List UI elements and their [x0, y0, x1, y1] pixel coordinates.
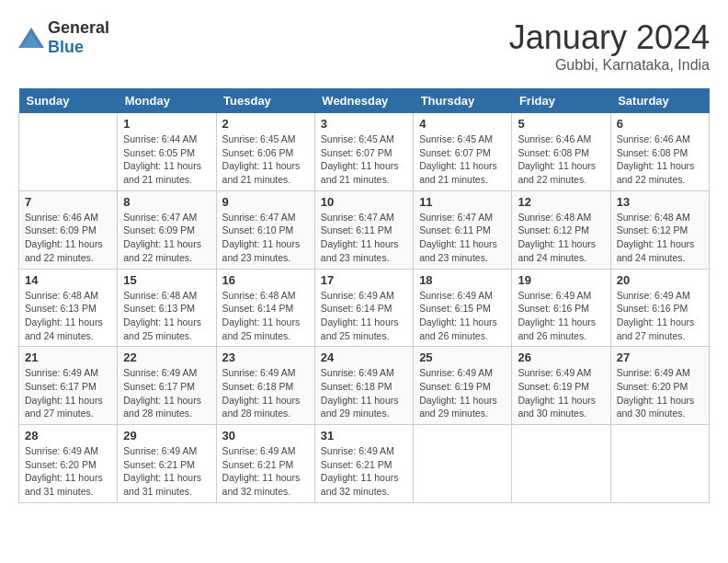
day-number: 11: [419, 195, 506, 209]
calendar-cell: [610, 425, 709, 503]
calendar-cell: 31Sunrise: 6:49 AMSunset: 6:21 PMDayligh…: [314, 425, 413, 503]
calendar-cell: 25Sunrise: 6:49 AMSunset: 6:19 PMDayligh…: [414, 347, 512, 425]
calendar-cell: 26Sunrise: 6:49 AMSunset: 6:19 PMDayligh…: [512, 347, 610, 425]
logo-general: General: [48, 18, 109, 37]
day-number: 4: [419, 117, 506, 131]
logo-text: General Blue: [48, 18, 109, 57]
calendar-title: January 2024: [509, 18, 710, 57]
day-number: 21: [25, 350, 111, 364]
day-number: 17: [321, 273, 407, 287]
day-info: Sunrise: 6:49 AMSunset: 6:21 PMDaylight:…: [321, 444, 407, 499]
day-number: 10: [321, 195, 407, 209]
day-info: Sunrise: 6:48 AMSunset: 6:12 PMDaylight:…: [518, 211, 604, 265]
day-number: 24: [321, 350, 407, 364]
day-number: 13: [617, 195, 703, 209]
day-info: Sunrise: 6:49 AMSunset: 6:19 PMDaylight:…: [419, 366, 506, 420]
title-area: January 2024 Gubbi, Karnataka, India: [509, 18, 710, 74]
day-number: 25: [419, 350, 506, 364]
calendar-cell: 15Sunrise: 6:48 AMSunset: 6:13 PMDayligh…: [118, 269, 216, 347]
day-info: Sunrise: 6:47 AMSunset: 6:11 PMDaylight:…: [419, 211, 506, 265]
weekday-header-tuesday: Tuesday: [216, 88, 314, 113]
day-info: Sunrise: 6:48 AMSunset: 6:14 PMDaylight:…: [222, 289, 309, 343]
day-number: 9: [222, 195, 309, 209]
calendar-cell: 3Sunrise: 6:45 AMSunset: 6:07 PMDaylight…: [314, 113, 413, 190]
day-number: 18: [419, 273, 506, 287]
weekday-header-wednesday: Wednesday: [314, 88, 413, 113]
day-number: 15: [123, 273, 210, 287]
calendar-cell: 12Sunrise: 6:48 AMSunset: 6:12 PMDayligh…: [512, 190, 610, 269]
calendar-cell: 8Sunrise: 6:47 AMSunset: 6:09 PMDaylight…: [118, 190, 216, 269]
day-number: 8: [123, 195, 210, 209]
calendar-location: Gubbi, Karnataka, India: [509, 57, 710, 74]
day-info: Sunrise: 6:49 AMSunset: 6:16 PMDaylight:…: [518, 289, 604, 343]
logo: General Blue: [18, 18, 109, 57]
day-number: 7: [25, 195, 111, 209]
day-number: 16: [222, 273, 309, 287]
day-info: Sunrise: 6:47 AMSunset: 6:09 PMDaylight:…: [123, 211, 210, 265]
day-number: 6: [617, 117, 703, 131]
calendar-cell: 14Sunrise: 6:48 AMSunset: 6:13 PMDayligh…: [19, 269, 118, 347]
logo-blue: Blue: [48, 38, 84, 56]
day-info: Sunrise: 6:48 AMSunset: 6:12 PMDaylight:…: [617, 211, 703, 265]
header: General Blue January 2024 Gubbi, Karnata…: [18, 18, 710, 74]
calendar-cell: 11Sunrise: 6:47 AMSunset: 6:11 PMDayligh…: [414, 190, 512, 269]
day-info: Sunrise: 6:45 AMSunset: 6:07 PMDaylight:…: [321, 132, 407, 187]
weekday-header-monday: Monday: [118, 88, 216, 113]
calendar-cell: [19, 113, 118, 190]
day-info: Sunrise: 6:48 AMSunset: 6:13 PMDaylight:…: [123, 289, 210, 343]
day-info: Sunrise: 6:49 AMSunset: 6:15 PMDaylight:…: [419, 289, 506, 343]
calendar-cell: 17Sunrise: 6:49 AMSunset: 6:14 PMDayligh…: [314, 269, 413, 347]
calendar-cell: 30Sunrise: 6:49 AMSunset: 6:21 PMDayligh…: [216, 425, 314, 503]
day-info: Sunrise: 6:46 AMSunset: 6:09 PMDaylight:…: [25, 211, 111, 265]
calendar-table: SundayMondayTuesdayWednesdayThursdayFrid…: [18, 88, 710, 503]
weekday-header-friday: Friday: [512, 88, 610, 113]
weekday-header-sunday: Sunday: [19, 88, 118, 113]
day-number: 3: [321, 117, 407, 131]
calendar-cell: 28Sunrise: 6:49 AMSunset: 6:20 PMDayligh…: [19, 425, 118, 503]
day-number: 12: [518, 195, 604, 209]
calendar-cell: 7Sunrise: 6:46 AMSunset: 6:09 PMDaylight…: [19, 190, 118, 269]
calendar-cell: 2Sunrise: 6:45 AMSunset: 6:06 PMDaylight…: [216, 113, 314, 190]
day-info: Sunrise: 6:47 AMSunset: 6:11 PMDaylight:…: [321, 211, 407, 265]
day-number: 31: [321, 429, 407, 442]
day-info: Sunrise: 6:49 AMSunset: 6:20 PMDaylight:…: [617, 366, 703, 420]
day-info: Sunrise: 6:49 AMSunset: 6:17 PMDaylight:…: [25, 366, 111, 420]
day-info: Sunrise: 6:49 AMSunset: 6:19 PMDaylight:…: [518, 366, 604, 420]
day-number: 20: [617, 273, 703, 287]
day-info: Sunrise: 6:49 AMSunset: 6:16 PMDaylight:…: [617, 289, 703, 343]
calendar-cell: 20Sunrise: 6:49 AMSunset: 6:16 PMDayligh…: [610, 269, 709, 347]
day-number: 22: [123, 350, 210, 364]
calendar-cell: 1Sunrise: 6:44 AMSunset: 6:05 PMDaylight…: [118, 113, 216, 190]
day-number: 27: [617, 350, 703, 364]
day-number: 1: [123, 117, 210, 131]
logo-icon: [18, 28, 44, 48]
calendar-cell: [414, 425, 512, 503]
calendar-cell: 19Sunrise: 6:49 AMSunset: 6:16 PMDayligh…: [512, 269, 610, 347]
day-info: Sunrise: 6:49 AMSunset: 6:18 PMDaylight:…: [222, 366, 309, 420]
calendar-cell: 23Sunrise: 6:49 AMSunset: 6:18 PMDayligh…: [216, 347, 314, 425]
calendar-cell: 5Sunrise: 6:46 AMSunset: 6:08 PMDaylight…: [512, 113, 610, 190]
calendar-cell: 16Sunrise: 6:48 AMSunset: 6:14 PMDayligh…: [216, 269, 314, 347]
calendar-cell: 9Sunrise: 6:47 AMSunset: 6:10 PMDaylight…: [216, 190, 314, 269]
weekday-header-saturday: Saturday: [610, 88, 709, 113]
calendar-cell: 4Sunrise: 6:45 AMSunset: 6:07 PMDaylight…: [414, 113, 512, 190]
day-info: Sunrise: 6:49 AMSunset: 6:21 PMDaylight:…: [222, 444, 309, 499]
day-info: Sunrise: 6:49 AMSunset: 6:20 PMDaylight:…: [25, 444, 111, 499]
day-number: 14: [25, 273, 111, 287]
day-number: 29: [123, 429, 210, 442]
day-info: Sunrise: 6:49 AMSunset: 6:17 PMDaylight:…: [123, 366, 210, 420]
day-number: 30: [222, 429, 309, 442]
day-number: 23: [222, 350, 309, 364]
day-number: 28: [25, 429, 111, 442]
day-info: Sunrise: 6:48 AMSunset: 6:13 PMDaylight:…: [25, 289, 111, 343]
day-info: Sunrise: 6:49 AMSunset: 6:14 PMDaylight:…: [321, 289, 407, 343]
calendar-cell: 29Sunrise: 6:49 AMSunset: 6:21 PMDayligh…: [118, 425, 216, 503]
calendar-cell: [512, 425, 610, 503]
calendar-cell: 13Sunrise: 6:48 AMSunset: 6:12 PMDayligh…: [610, 190, 709, 269]
day-number: 19: [518, 273, 604, 287]
calendar-cell: 24Sunrise: 6:49 AMSunset: 6:18 PMDayligh…: [314, 347, 413, 425]
calendar-cell: 27Sunrise: 6:49 AMSunset: 6:20 PMDayligh…: [610, 347, 709, 425]
calendar-cell: 6Sunrise: 6:46 AMSunset: 6:08 PMDaylight…: [610, 113, 709, 190]
day-info: Sunrise: 6:46 AMSunset: 6:08 PMDaylight:…: [617, 132, 703, 187]
calendar-cell: 18Sunrise: 6:49 AMSunset: 6:15 PMDayligh…: [414, 269, 512, 347]
